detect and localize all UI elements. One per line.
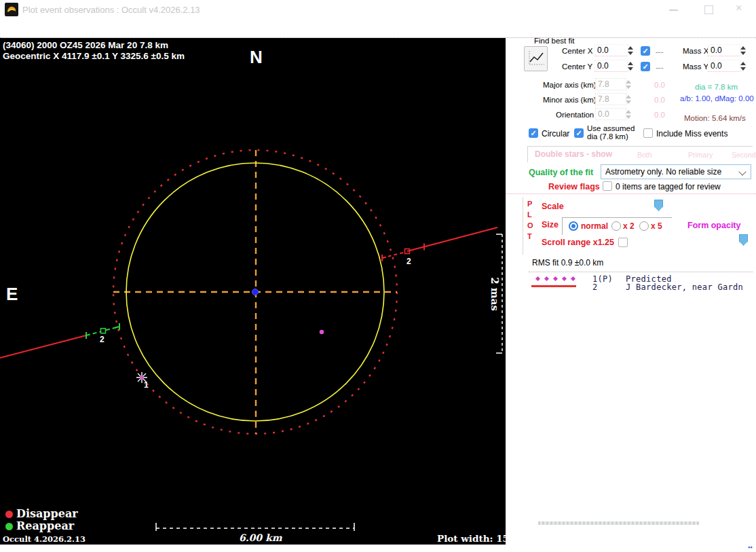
plot-width-label: Plot width: 15 km xyxy=(437,533,528,544)
double-stars-primary: Primary xyxy=(688,151,713,159)
minor-axis-label: Minor axis (km) xyxy=(543,96,597,104)
quality-value: Astrometry only. No reliable size xyxy=(605,167,721,177)
quality-label: Quality of the fit xyxy=(529,168,593,177)
center-x-checkbox[interactable]: ✓ xyxy=(641,46,650,56)
minor-axis-field[interactable]: 7.8 xyxy=(595,93,626,105)
double-stars-strip: Double stars - show Both Primary Seconda… xyxy=(527,146,753,162)
center-y-field[interactable]: 0.0 xyxy=(594,60,628,72)
maximize-button[interactable] xyxy=(704,5,713,14)
chord2-reappear-bracket xyxy=(115,323,119,330)
legend-reappear: Reappear xyxy=(16,519,74,532)
center-x-spinner[interactable] xyxy=(626,45,634,56)
chord-symbol-icon xyxy=(531,285,576,287)
mass-y-label: Mass Y xyxy=(683,62,708,71)
list-item[interactable]: 1(P) Predicted xyxy=(529,274,753,282)
review-flags-checkbox[interactable] xyxy=(603,181,612,191)
orientation-field[interactable]: 0.0 xyxy=(595,108,626,120)
legend-disappear: Disappear xyxy=(16,507,78,520)
minimize-button[interactable] xyxy=(669,10,678,11)
size-option-normal[interactable]: normal xyxy=(581,221,608,231)
window-title: Plot event observations : Occult v4.2026… xyxy=(22,5,200,15)
orientation-spinner[interactable] xyxy=(624,109,632,120)
close-button[interactable]: × xyxy=(736,2,742,14)
magenta-point xyxy=(320,330,324,334)
scale-label: Scale xyxy=(542,202,564,211)
major-axis-label: Major axis (km) xyxy=(543,81,597,89)
size-option-x2[interactable]: x 2 xyxy=(623,221,635,231)
reappear-dot xyxy=(5,523,13,530)
size-radio-normal[interactable] xyxy=(569,221,578,231)
plot-area[interactable]: 2 2 1 2 mas (34060) 2000 OZ45 2026 Mar 2… xyxy=(0,38,506,545)
size-option-x5[interactable]: x 5 xyxy=(651,221,662,231)
include-miss-checkbox[interactable] xyxy=(643,128,653,138)
include-miss-label: Include Miss events xyxy=(656,129,727,139)
north-label: N xyxy=(250,47,263,68)
resize-grip[interactable]: ▪▪ xyxy=(748,544,752,551)
menu-bar: with Plot... Plot options... ? Help Keep… xyxy=(0,19,756,38)
predicted-symbol-icon xyxy=(535,276,540,281)
plot-letter-t: T xyxy=(527,232,532,240)
center-y-dash: --- xyxy=(656,63,664,71)
center-x-label: Center X xyxy=(562,47,592,55)
center-x-dash: --- xyxy=(656,48,664,56)
observation-id: 2 xyxy=(592,282,598,292)
marker1-label: 1 xyxy=(144,380,149,390)
title-bar: Plot event observations : Occult v4.2026… xyxy=(0,0,756,19)
ab-dmag-label: a/b: 1.00, dMag: 0.00 xyxy=(680,94,754,103)
chord2-right-line xyxy=(407,227,497,251)
dia-label: dia = 7.8 km xyxy=(695,83,738,91)
fit-chart-icon xyxy=(527,48,546,67)
panel-separator xyxy=(506,194,756,195)
double-stars-both: Both xyxy=(637,151,652,159)
opacity-slider-thumb[interactable] xyxy=(739,234,748,246)
double-stars-label: Double stars - show xyxy=(535,149,612,159)
size-label: Size xyxy=(542,220,559,229)
list-scrollbar[interactable] xyxy=(538,521,699,525)
orientation-label: Orientation xyxy=(556,111,594,119)
event-title: (34060) 2000 OZ45 2026 Mar 20 7.8 km xyxy=(3,40,168,50)
plot-letter-p: P xyxy=(527,200,532,208)
size-radio-x5[interactable] xyxy=(639,221,649,231)
circular-label: Circular xyxy=(542,129,569,139)
chord2-right-label: 2 xyxy=(407,257,411,266)
major-axis-field[interactable]: 7.8 xyxy=(595,78,626,90)
minor-axis-alt: 0.0 xyxy=(654,96,665,104)
mass-y-field[interactable]: 0.0 xyxy=(708,60,740,72)
find-best-fit-button[interactable] xyxy=(524,46,548,71)
east-label: E xyxy=(6,284,18,305)
orientation-alt: 0.0 xyxy=(654,111,665,119)
quality-dropdown[interactable]: Astrometry only. No reliable size xyxy=(601,164,751,179)
major-axis-alt: 0.0 xyxy=(654,81,665,89)
center-y-spinner[interactable] xyxy=(626,60,634,72)
mass-x-label: Mass X xyxy=(683,47,708,55)
app-icon xyxy=(5,3,18,16)
mass-x-field[interactable]: 0.0 xyxy=(708,44,740,56)
chord2-reappear-marker xyxy=(101,329,106,333)
list-item[interactable]: 2 J Bardecker, near Gardn xyxy=(529,282,753,291)
chevron-down-icon xyxy=(738,168,746,175)
circular-checkbox[interactable]: ✓ xyxy=(529,128,538,138)
mass-x-spinner[interactable] xyxy=(739,45,746,56)
geocentric-coords: Geocentric X 4117.9 ±0.1 Y 3325.6 ±0.5 k… xyxy=(3,51,185,61)
km-scale-bar xyxy=(156,523,354,531)
use-assumed-checkbox[interactable]: ✓ xyxy=(574,128,584,138)
center-x-field[interactable]: 0.0 xyxy=(594,44,628,56)
scroll-range-checkbox[interactable] xyxy=(618,238,628,247)
plot-canvas[interactable]: 2 2 1 2 mas xyxy=(0,38,506,545)
version-label: Occult 4.2026.2.13 xyxy=(3,534,86,544)
center-y-label: Center Y xyxy=(562,62,592,71)
observation-name: J Bardecker, near Gardn xyxy=(626,282,743,292)
chord2-left-label: 2 xyxy=(100,335,105,344)
minor-axis-spinner[interactable] xyxy=(624,94,632,105)
major-axis-spinner[interactable] xyxy=(624,79,632,90)
observations-list[interactable]: 1(P) Predicted 2 J Bardecker, near Gardn xyxy=(529,272,753,525)
plot-letter-l: L xyxy=(527,210,532,219)
mass-y-spinner[interactable] xyxy=(739,60,746,72)
center-y-checkbox[interactable]: ✓ xyxy=(641,62,650,71)
mas-scale-label: 2 mas xyxy=(489,277,501,311)
size-radio-x2[interactable] xyxy=(611,221,621,231)
scroll-range-label: Scroll range x1.25 xyxy=(542,238,614,247)
center-point xyxy=(252,289,259,295)
scale-slider-thumb[interactable] xyxy=(654,200,663,211)
use-assumed-label-line1: Use assumed xyxy=(587,124,635,132)
